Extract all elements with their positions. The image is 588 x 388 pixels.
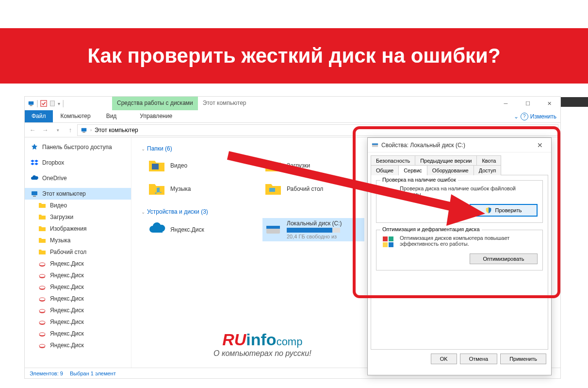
window-title: Этот компьютер — [198, 97, 251, 110]
sidebar-item-yandex[interactable]: Яндекс.Диск — [25, 328, 131, 339]
tab-security[interactable]: Безопасность — [371, 155, 415, 166]
svg-rect-29 — [266, 226, 280, 229]
error-checking-group: Проверка на наличие ошибок Проверка диск… — [376, 180, 543, 223]
window-controls: ─ ☐ ✕ — [495, 97, 560, 110]
yandex-disk-icon — [38, 318, 46, 326]
svg-point-11 — [39, 274, 45, 277]
svg-rect-4 — [82, 128, 87, 131]
ok-button[interactable]: OK — [431, 354, 457, 364]
sidebar-item-music[interactable]: Музыка — [25, 235, 131, 246]
folder-icon — [148, 157, 165, 174]
chevron-down-icon: ⌄ — [141, 209, 145, 215]
svg-rect-1 — [30, 105, 32, 106]
sidebar-item-downloads[interactable]: Загрузки — [25, 211, 131, 223]
sidebar-item-yandex[interactable]: Яндекс.Диск — [25, 293, 131, 304]
recent-dropdown[interactable]: ▾ — [52, 124, 64, 136]
dialog-tabs: Безопасность Предыдущие версии Квота Общ… — [368, 152, 551, 175]
titlebar: | ▾ | Средства работы с дисками Этот ком… — [25, 97, 560, 110]
tab-quota[interactable]: Квота — [476, 155, 501, 166]
star-icon — [31, 143, 38, 151]
logo-ru: RU — [222, 330, 246, 349]
help-icon[interactable]: ? — [521, 113, 528, 120]
sidebar-this-pc[interactable]: Этот компьютер — [25, 188, 131, 200]
folder-desktop[interactable]: Рабочий стол — [262, 178, 364, 200]
sidebar-item-yandex[interactable]: Яндекс.Диск — [25, 304, 131, 316]
logo-tagline: О компьютерах по русски! — [213, 349, 311, 358]
dropbox-icon — [31, 159, 38, 167]
yandex-disk-icon — [38, 283, 46, 291]
tab-hardware[interactable]: Оборудование — [427, 165, 474, 175]
folder-icon — [38, 213, 46, 221]
ribbon-file[interactable]: Файл — [25, 110, 53, 122]
maximize-button[interactable]: ☐ — [517, 97, 539, 110]
svg-rect-0 — [29, 101, 34, 105]
svg-rect-40 — [389, 242, 393, 247]
status-count: Элементов: 9 — [30, 371, 63, 376]
defrag-icon — [381, 235, 395, 249]
hdd-icon — [372, 142, 378, 149]
up-button[interactable]: ↑ — [65, 124, 76, 136]
close-button[interactable]: ✕ — [539, 97, 560, 110]
dialog-body: Проверка на наличие ошибок Проверка диск… — [371, 175, 548, 350]
ribbon-tab-computer[interactable]: Компьютер — [53, 110, 98, 122]
context-tab[interactable]: Средства работы с дисками — [112, 97, 198, 110]
site-logo: RUinfocomp О компьютерах по русски! — [213, 330, 311, 358]
back-button[interactable]: ← — [27, 124, 38, 136]
sidebar-item-yandex[interactable]: Яндекс.Диск — [25, 258, 131, 270]
drive-yandex[interactable]: Яндекс.Диск — [146, 218, 248, 241]
group-title: Оптимизация и дефрагментация диска — [380, 226, 482, 232]
pc-icon — [31, 190, 38, 198]
cancel-button[interactable]: Отмена — [460, 354, 497, 364]
dialog-close-button[interactable]: ✕ — [533, 141, 547, 149]
sidebar-item-yandex[interactable]: Яндекс.Диск — [25, 270, 131, 281]
ribbon-tab-manage[interactable]: Управление — [132, 110, 180, 122]
pc-icon — [28, 100, 34, 107]
dialog-title: Свойства: Локальный диск (C:) — [381, 142, 465, 149]
folder-video[interactable]: Видео — [146, 155, 248, 176]
sidebar-item-yandex[interactable]: Яндекс.Диск — [25, 316, 131, 328]
sidebar-item-video[interactable]: Видео — [25, 200, 131, 211]
minimize-button[interactable]: ─ — [495, 97, 517, 110]
yandex-disk-icon — [38, 330, 46, 337]
optimize-group: Оптимизация и дефрагментация диска Оптим… — [376, 230, 543, 270]
chevron-down-icon[interactable]: ⌄ — [514, 113, 519, 120]
sidebar-dropbox[interactable]: Dropbox — [25, 157, 131, 169]
change-link[interactable]: Изменить — [530, 113, 556, 120]
svg-rect-38 — [389, 236, 393, 241]
yandex-disk-icon — [38, 260, 46, 268]
svg-point-21 — [39, 333, 45, 336]
ribbon-tab-view[interactable]: Вид — [98, 110, 125, 122]
logo-info: info — [246, 330, 276, 349]
sidebar-item-pictures[interactable]: Изображения — [25, 223, 131, 235]
logo-comp: comp — [277, 336, 303, 348]
status-selection: Выбран 1 элемент — [70, 371, 116, 376]
tab-general[interactable]: Общие — [371, 165, 399, 175]
sidebar-onedrive[interactable]: OneDrive — [25, 172, 131, 184]
svg-point-17 — [39, 309, 45, 312]
tab-previous-versions[interactable]: Предыдущие версии — [415, 155, 477, 166]
article-banner: Как проверить жесткий диск на ошибки? — [0, 28, 588, 84]
optimize-button[interactable]: Оптимизировать — [470, 253, 538, 264]
check-button[interactable]: Проверить — [470, 204, 538, 217]
qat: | ▾ | — [25, 97, 112, 110]
sidebar-item-yandex[interactable]: Яндекс.Диск — [25, 339, 131, 351]
breadcrumb-text: Этот компьютер — [95, 127, 138, 134]
sidebar-item-yandex[interactable]: Яндекс.Диск — [25, 281, 131, 293]
tab-sharing[interactable]: Доступ — [474, 165, 502, 175]
breadcrumb[interactable]: › Этот компьютер — [77, 124, 558, 136]
folder-downloads[interactable]: Загрузки — [262, 155, 364, 176]
sidebar-item-desktop[interactable]: Рабочий стол — [25, 246, 131, 258]
hdd-icon — [381, 186, 395, 199]
apply-button[interactable]: Применить — [500, 354, 546, 364]
doc-icon — [49, 100, 56, 107]
forward-button[interactable]: → — [39, 124, 51, 136]
folder-music[interactable]: Музыка — [146, 178, 248, 200]
sidebar-quick-access[interactable]: Панель быстрого доступа — [25, 141, 131, 153]
tab-tools[interactable]: Сервис — [398, 165, 427, 175]
yandex-disk-icon — [38, 271, 46, 279]
group-title: Проверка на наличие ошибок — [380, 177, 458, 183]
drive-local-c[interactable]: Локальный диск (C:) 20,4 ГБ свободно из — [262, 218, 364, 241]
svg-rect-34 — [372, 143, 378, 145]
svg-rect-7 — [33, 196, 36, 197]
banner-title: Как проверить жесткий диск на ошибки? — [87, 44, 500, 67]
